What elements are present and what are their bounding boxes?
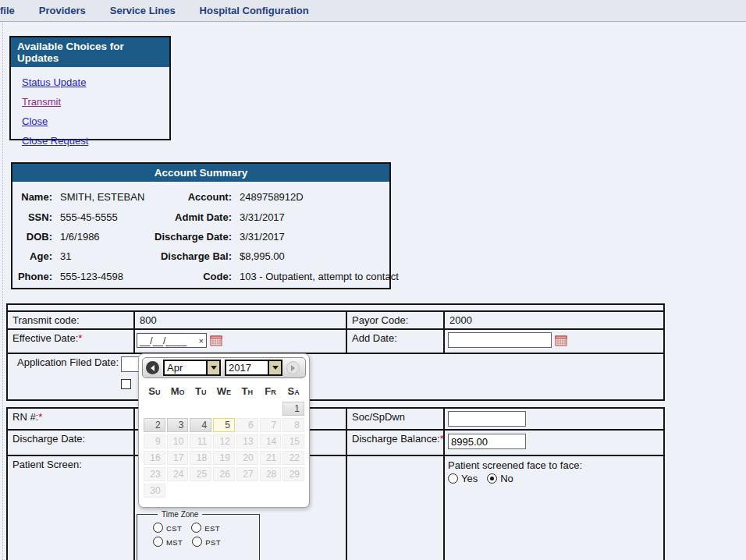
account-summary-title: Account Summary bbox=[12, 164, 389, 182]
nav-item-providers[interactable]: Providers bbox=[39, 5, 86, 16]
day-cell: 20 bbox=[236, 451, 258, 465]
day-cell: 29 bbox=[282, 467, 304, 481]
available-choices-panel: Available Choices for Updates Status Upd… bbox=[9, 36, 171, 140]
application-filed-checkbox[interactable] bbox=[121, 379, 131, 389]
payor-code-value: 2000 bbox=[445, 312, 663, 330]
transmit-code-value: 800 bbox=[135, 312, 347, 330]
day-cell: 25 bbox=[190, 467, 211, 481]
day-header: We bbox=[213, 385, 235, 397]
day-cell[interactable]: 4 bbox=[190, 418, 211, 432]
day-cell: 23 bbox=[144, 467, 165, 481]
day-cell: 21 bbox=[260, 451, 282, 465]
day-cell: 13 bbox=[236, 434, 258, 448]
day-cell: 9 bbox=[144, 434, 165, 448]
rn-number-label: RN #:* bbox=[8, 409, 135, 431]
day-cell: 26 bbox=[213, 467, 235, 481]
effective-date-input[interactable]: __/__/____ × bbox=[137, 333, 207, 348]
account-summary-row: Age:31Discharge Bal:$8,995.00 bbox=[12, 246, 389, 266]
day-cell-empty bbox=[260, 484, 282, 498]
update-form-table-top: Transmit code: 800 Payor Code: 2000 Effe… bbox=[6, 303, 665, 401]
payor-code-label: Payor Code: bbox=[347, 312, 445, 330]
radio-pst[interactable] bbox=[192, 537, 202, 547]
face-to-face-yes-radio[interactable] bbox=[448, 473, 458, 484]
field-label: Code: bbox=[146, 271, 232, 282]
field-value: 555-123-4598 bbox=[52, 271, 146, 282]
timezone-label-pst: PST bbox=[205, 538, 221, 547]
day-cell[interactable]: 3 bbox=[167, 418, 189, 432]
day-cell-empty bbox=[260, 402, 282, 416]
day-cell: 6 bbox=[236, 418, 258, 432]
field-label: Phone: bbox=[12, 271, 52, 282]
day-cell: 30 bbox=[144, 484, 165, 498]
next-month-button[interactable] bbox=[286, 361, 300, 374]
prev-month-button[interactable] bbox=[146, 361, 159, 374]
nav-item-hospital-configuration[interactable]: Hospital Configuration bbox=[200, 5, 309, 16]
table-top-spacer-row bbox=[8, 305, 663, 312]
day-cell: 15 bbox=[282, 434, 304, 448]
nav-item-service-lines[interactable]: Service Lines bbox=[110, 5, 176, 16]
update-form-table-bottom: RN #:* Soc/SpDwn Discharge Date: Dischar… bbox=[6, 407, 665, 560]
soc-spdwn-input[interactable] bbox=[448, 411, 526, 427]
field-value: 3/31/2017 bbox=[232, 231, 389, 243]
add-date-input[interactable] bbox=[448, 332, 552, 348]
day-grid: 1234567891011121314151617181920212223242… bbox=[139, 402, 309, 498]
add-date-label: Add Date: bbox=[347, 330, 445, 354]
day-headers-row: SuMoTuWeThFrSa bbox=[139, 385, 309, 397]
account-summary-row: SSN:555-45-5555Admit Date:3/31/2017 bbox=[12, 207, 389, 226]
day-cell-empty bbox=[167, 402, 189, 416]
account-summary-rows: Name:SMITH, ESTEBANAccount:2489758912DSS… bbox=[12, 182, 389, 286]
field-value: 31 bbox=[52, 250, 146, 262]
radio-cst[interactable] bbox=[153, 523, 163, 533]
day-cell[interactable]: 5 bbox=[213, 418, 235, 432]
timezone-label-mst: MST bbox=[166, 538, 183, 547]
radio-est[interactable] bbox=[191, 523, 201, 533]
year-select[interactable]: 2017 bbox=[225, 360, 282, 376]
required-marker: * bbox=[38, 411, 42, 423]
link-transmit[interactable]: Transmit bbox=[22, 96, 169, 108]
transmit-code-label: Transmit code: bbox=[8, 312, 135, 330]
calendar-icon[interactable] bbox=[555, 335, 567, 346]
day-header: Mo bbox=[167, 385, 189, 397]
effective-date-label: Effective Date:* bbox=[8, 330, 135, 354]
day-header: Su bbox=[144, 385, 165, 397]
day-cell-empty bbox=[236, 484, 258, 498]
discharge-balance-label: Discharge Balance:* bbox=[347, 431, 445, 456]
day-cell: 12 bbox=[213, 434, 235, 448]
empty-cell bbox=[347, 456, 445, 560]
calendar-icon[interactable] bbox=[210, 335, 222, 346]
chevron-down-icon bbox=[206, 361, 219, 374]
field-label: SSN: bbox=[12, 211, 52, 223]
day-cell: 10 bbox=[167, 434, 189, 448]
field-label: Admit Date: bbox=[146, 211, 232, 223]
day-header: Tu bbox=[190, 385, 211, 397]
field-value: 103 - Outpatient, attempt to contact bbox=[232, 271, 399, 282]
required-marker: * bbox=[440, 433, 444, 445]
day-cell: 22 bbox=[282, 451, 304, 465]
nav-item-file[interactable]: file bbox=[0, 5, 15, 16]
link-close-request[interactable]: Close Request bbox=[22, 135, 169, 147]
field-value: SMITH, ESTEBAN bbox=[52, 191, 146, 203]
day-cell: 28 bbox=[260, 467, 282, 481]
field-label: Discharge Bal: bbox=[146, 250, 232, 262]
month-select[interactable]: Apr bbox=[163, 360, 221, 376]
patient-screen-label: Patient Screen: bbox=[8, 456, 135, 560]
field-value: $8,995.00 bbox=[232, 250, 389, 262]
day-cell-empty bbox=[167, 484, 189, 498]
prev-arrow-icon bbox=[151, 365, 155, 371]
link-status-update[interactable]: Status Update bbox=[22, 76, 169, 88]
day-header: Th bbox=[236, 385, 258, 397]
day-cell: 27 bbox=[236, 467, 258, 481]
face-to-face-no-radio[interactable] bbox=[487, 473, 497, 484]
day-cell[interactable]: 2 bbox=[144, 418, 165, 432]
datepicker-header: Apr 2017 bbox=[142, 357, 306, 378]
link-close[interactable]: Close bbox=[22, 115, 169, 127]
day-cell[interactable]: 1 bbox=[282, 402, 304, 416]
timezone-label-cst: CST bbox=[166, 524, 182, 533]
clear-date-icon[interactable]: × bbox=[199, 336, 204, 346]
radio-mst[interactable] bbox=[153, 537, 163, 547]
discharge-balance-input[interactable] bbox=[448, 434, 526, 449]
month-select-value: Apr bbox=[165, 362, 206, 374]
datepicker-popup: Apr 2017 SuMoTuWeThFrSa 1234567891011121… bbox=[138, 353, 310, 508]
day-cell-empty bbox=[213, 484, 235, 498]
day-cell: 8 bbox=[282, 418, 304, 432]
